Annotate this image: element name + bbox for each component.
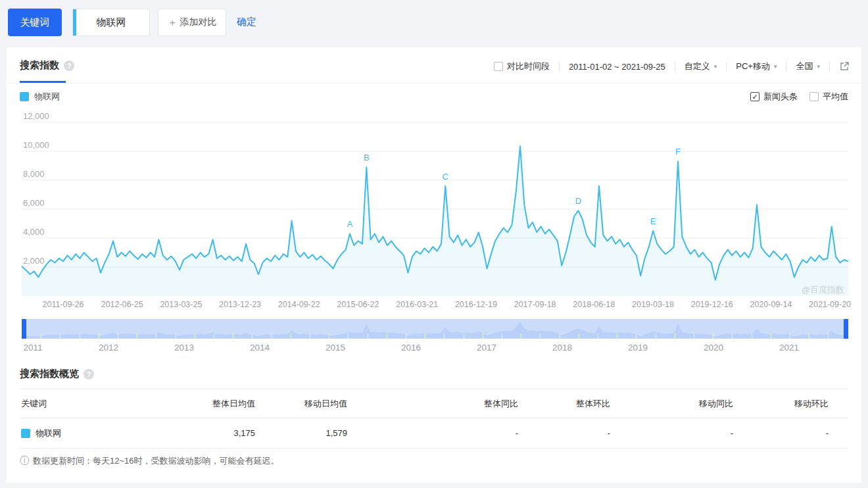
- slider-tick: [656, 333, 656, 339]
- y-axis-label: 4,000: [23, 227, 45, 237]
- y-axis-label: 12,000: [23, 111, 49, 121]
- x-axis-label: 2014-09-22: [278, 300, 320, 309]
- x-axis: 2011-09-262012-06-252013-03-252013-12-23…: [22, 300, 848, 312]
- series-swatch: [20, 92, 29, 101]
- table-header-cell: 移动同比: [612, 398, 735, 410]
- checkbox-icon[interactable]: [809, 92, 819, 101]
- x-axis-label: 2016-12-19: [455, 300, 497, 309]
- slider-tick: [99, 333, 99, 339]
- slider-tick: [828, 333, 829, 339]
- table-keyword-cell[interactable]: 物联网: [20, 427, 197, 439]
- series-label: 物联网: [34, 91, 60, 103]
- date-range-value: 2011-01-02 ~ 2021-09-25: [569, 62, 665, 72]
- slider-tick: [425, 333, 425, 339]
- divider: [829, 62, 830, 71]
- table-value-cell: -: [349, 428, 519, 438]
- help-icon[interactable]: ?: [64, 61, 74, 71]
- overview-table: 关键词整体日均值移动日均值整体同比整体环比移动同比移动环比 物联网3,1751,…: [20, 389, 848, 449]
- chevron-down-icon: ▾: [714, 63, 717, 70]
- tab-search-index[interactable]: 搜索指数 ?: [20, 59, 74, 72]
- table-keyword-label: 物联网: [36, 427, 61, 439]
- x-axis-label: 2020-09-14: [750, 300, 792, 309]
- export-button[interactable]: [839, 61, 850, 72]
- x-axis-label: 2011-09-26: [42, 300, 84, 309]
- y-axis-label: 8,000: [23, 169, 45, 179]
- timeline-slider[interactable]: [22, 319, 848, 339]
- slider-tick: [214, 333, 214, 339]
- device-value: PC+移动: [736, 61, 770, 72]
- confirm-link[interactable]: 确定: [237, 16, 256, 28]
- region-value: 全国: [796, 61, 813, 72]
- timeline-year-label: 2021: [779, 343, 799, 353]
- table-header-cell: 整体环比: [519, 398, 612, 410]
- chevron-down-icon: ▾: [817, 63, 820, 70]
- average-toggle[interactable]: 平均值: [809, 91, 848, 103]
- date-range-picker[interactable]: 2011-01-02 ~ 2021-09-25: [569, 62, 665, 72]
- table-header-cell: 整体同比: [349, 398, 519, 410]
- checkbox-icon[interactable]: [494, 62, 503, 71]
- keyword-value: 物联网: [97, 16, 126, 29]
- slider-tick: [137, 333, 137, 339]
- slider-tick: [176, 333, 176, 339]
- add-compare-label: 添加对比: [180, 16, 217, 28]
- x-axis-label: 2021-09-20: [809, 300, 851, 309]
- help-icon[interactable]: ?: [84, 369, 94, 379]
- plus-icon: ＋: [168, 16, 178, 29]
- divider: [559, 62, 560, 71]
- timeline-year-label: 2020: [704, 343, 723, 353]
- divider: [726, 62, 727, 71]
- compare-period-label: 对比时间段: [507, 61, 550, 72]
- timeline-year-label: 2017: [477, 343, 496, 353]
- series-legend: 物联网: [20, 91, 60, 103]
- keyword-input[interactable]: 物联网: [72, 9, 150, 36]
- slider-tick: [310, 333, 310, 339]
- chevron-down-icon: ▾: [774, 63, 777, 70]
- checkbox-checked-icon[interactable]: ✓: [750, 92, 760, 101]
- compare-period-checkbox[interactable]: 对比时间段: [494, 61, 550, 72]
- slider-tick: [118, 333, 118, 339]
- average-label: 平均值: [823, 91, 848, 103]
- range-mode-dropdown[interactable]: 自定义 ▾: [685, 61, 717, 72]
- news-headlines-toggle[interactable]: ✓ 新闻头条: [750, 91, 798, 103]
- divider: [675, 62, 675, 71]
- y-axis-label: 2,000: [23, 256, 45, 266]
- x-axis-label: 2018-06-18: [573, 300, 615, 309]
- slider-handle-right[interactable]: [844, 319, 848, 339]
- slider-tick: [272, 333, 272, 339]
- trend-svg: [22, 117, 848, 296]
- update-note: ⓘ 数据更新时间：每天12~16时，受数据波动影响，可能会有延迟。: [20, 455, 279, 467]
- device-dropdown[interactable]: PC+移动 ▾: [736, 61, 777, 72]
- table-value-cell: -: [612, 428, 735, 438]
- peak-annotation-c: C: [443, 172, 448, 182]
- timeline-year-label: 2015: [326, 343, 345, 353]
- slider-tick: [540, 333, 541, 339]
- slider-handle-left[interactable]: [22, 319, 26, 339]
- slider-tick: [790, 333, 790, 339]
- table-value-cell: -: [519, 428, 612, 438]
- timeline-year-label: 2014: [250, 343, 270, 353]
- slider-tick: [156, 333, 157, 339]
- table-value-cell: 1,579: [256, 428, 349, 438]
- peak-annotation-e: E: [650, 216, 656, 226]
- keyword-color-accent: [73, 9, 76, 36]
- region-dropdown[interactable]: 全国 ▾: [796, 61, 820, 72]
- range-mode-value: 自定义: [685, 61, 710, 72]
- keyword-tab-button[interactable]: 关键词: [8, 9, 62, 36]
- slider-tick: [809, 333, 809, 339]
- timeline-year-label: 2018: [552, 343, 572, 353]
- slider-tick: [444, 333, 445, 339]
- table-header-row: 关键词整体日均值移动日均值整体同比整体环比移动同比移动环比: [20, 389, 848, 418]
- tab-search-index-label: 搜索指数: [20, 59, 59, 72]
- trend-chart[interactable]: @百度指数 2,0004,0006,0008,00010,00012,000AB…: [22, 117, 848, 296]
- divider: [786, 62, 786, 71]
- peak-annotation-f: F: [675, 147, 681, 157]
- export-icon: [839, 61, 850, 72]
- slider-tick: [368, 333, 368, 339]
- top-bar: 关键词 物联网 ＋ 添加对比 确定: [0, 0, 868, 47]
- add-compare-button[interactable]: ＋ 添加对比: [158, 9, 226, 36]
- overview-title-label: 搜索指数概览: [20, 368, 79, 380]
- slider-tick: [60, 333, 60, 339]
- timeline-year-label: 2013: [174, 343, 194, 353]
- table-row[interactable]: 物联网3,1751,579----: [20, 418, 848, 449]
- x-axis-label: 2019-03-18: [632, 300, 674, 309]
